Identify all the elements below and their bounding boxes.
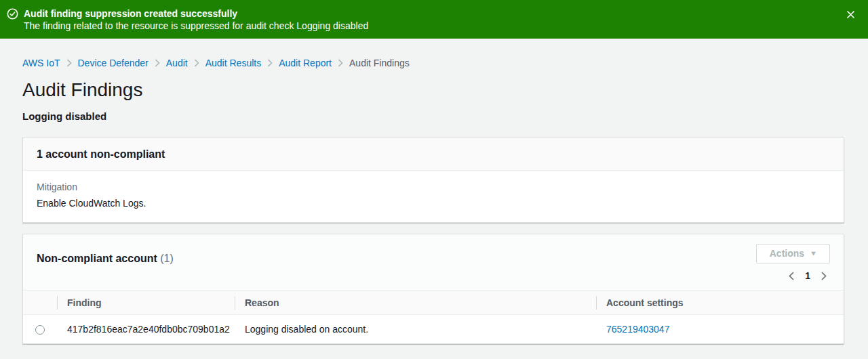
flashbar-title: Audit finding suppression created succes… — [24, 7, 368, 20]
findings-table: Finding Reason Account settings 417b2f81… — [23, 290, 844, 343]
success-check-icon — [7, 8, 18, 20]
summary-card-title: 1 account non-compliant — [37, 148, 830, 161]
chevron-left-icon — [788, 273, 795, 283]
dismiss-flashbar-button[interactable] — [844, 8, 857, 21]
breadcrumb: AWS IoT Device Defender Audit Audit Resu… — [22, 57, 844, 69]
breadcrumb-separator-icon — [267, 59, 273, 67]
breadcrumb-device-defender[interactable]: Device Defender — [78, 57, 149, 69]
actions-button-label: Actions — [770, 248, 804, 259]
row-select-radio[interactable] — [35, 325, 45, 335]
audit-check-name: Logging disabled — [22, 110, 844, 123]
pagination-next-button[interactable] — [821, 271, 827, 281]
table-card-header: Non-compliant account (1) Actions ▼ 1 — [23, 234, 844, 290]
breadcrumb-audit-results[interactable]: Audit Results — [205, 57, 261, 69]
caret-down-icon: ▼ — [810, 251, 818, 257]
actions-dropdown-button[interactable]: Actions ▼ — [756, 244, 830, 263]
account-id-link[interactable]: 765219403047 — [606, 324, 669, 335]
main-content: AWS IoT Device Defender Audit Audit Resu… — [0, 57, 868, 344]
breadcrumb-separator-icon — [66, 59, 72, 67]
reason-cell: Logging disabled on account. — [235, 315, 596, 343]
table-card-title: Non-compliant account (1) — [37, 252, 174, 266]
finding-table-row: 417b2f816eac7a2e40fdb0bc709b01a2 Logging… — [23, 315, 844, 343]
account-settings-cell: 765219403047 — [596, 315, 844, 343]
table-title-text: Non-compliant account — [37, 253, 157, 264]
mitigation-label: Mitigation — [37, 180, 830, 194]
mitigation-value: Enable CloudWatch Logs. — [37, 196, 830, 210]
non-compliant-account-card: Non-compliant account (1) Actions ▼ 1 — [22, 234, 844, 344]
account-settings-column-header: Account settings — [596, 291, 844, 315]
close-icon — [846, 12, 856, 22]
pagination-previous-button[interactable] — [788, 271, 795, 281]
pagination-current-page[interactable]: 1 — [805, 270, 810, 281]
breadcrumb-aws-iot[interactable]: AWS IoT — [22, 57, 60, 69]
breadcrumb-separator-icon — [338, 59, 343, 67]
breadcrumb-separator-icon — [194, 59, 199, 67]
select-column-header — [23, 291, 57, 315]
breadcrumb-audit[interactable]: Audit — [166, 57, 188, 69]
pagination: 1 — [788, 270, 830, 281]
success-flashbar: Audit finding suppression created succes… — [0, 0, 868, 39]
breadcrumb-separator-icon — [155, 59, 160, 67]
breadcrumb-audit-report[interactable]: Audit Report — [279, 57, 332, 69]
table-row-count: (1) — [160, 253, 174, 264]
flashbar-description: The finding related to the resource is s… — [24, 20, 368, 32]
reason-column-header: Reason — [235, 291, 596, 315]
compliance-summary-card: 1 account non-compliant Mitigation Enabl… — [22, 137, 844, 223]
summary-card-body: Mitigation Enable CloudWatch Logs. — [23, 171, 844, 222]
summary-card-header: 1 account non-compliant — [23, 138, 844, 171]
finding-column-header: Finding — [57, 291, 235, 315]
breadcrumb-audit-findings: Audit Findings — [349, 57, 410, 69]
page-title: Audit Findings — [22, 78, 844, 102]
chevron-right-icon — [821, 273, 827, 283]
finding-id-cell: 417b2f816eac7a2e40fdb0bc709b01a2 — [57, 315, 235, 343]
